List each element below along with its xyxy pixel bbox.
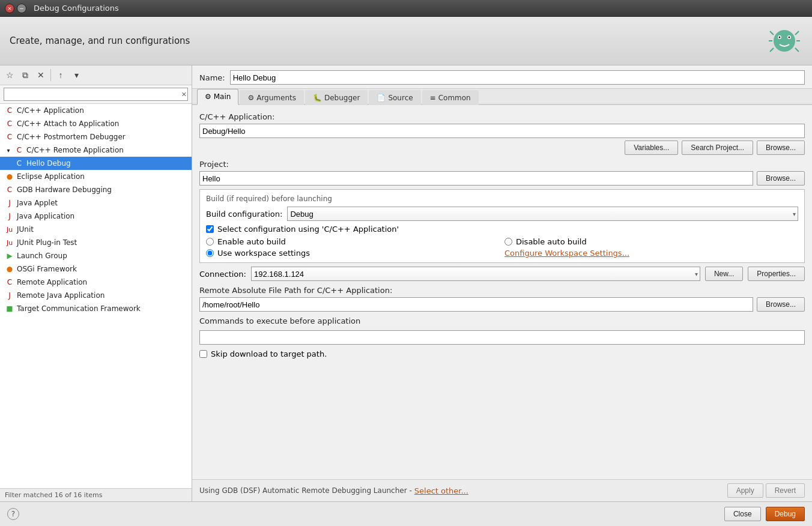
select-config-label: Select configuration using 'C/C++ Applic…: [217, 225, 399, 234]
delete-config-button[interactable]: ✕: [34, 68, 48, 82]
use-workspace-settings-row: Use workspace settings: [206, 249, 500, 258]
variables-button[interactable]: Variables...: [625, 141, 678, 155]
tree-item-c-cpp-attach[interactable]: C C/C++ Attach to Application: [0, 117, 192, 130]
remote-app-label: Remote Application: [17, 278, 87, 286]
c-cpp-postmortem-label: C/C++ Postmortem Debugger: [17, 133, 126, 141]
search-clear-button[interactable]: ✕: [181, 91, 187, 98]
toolbar-separator: [50, 69, 51, 81]
enable-auto-build-row: Enable auto build: [206, 237, 500, 246]
build-config-dropdown[interactable]: Debug: [287, 207, 798, 221]
eclipse-app-icon: ●: [5, 172, 14, 181]
close-button[interactable]: Close: [724, 507, 761, 521]
browse-app-button[interactable]: Browse...: [757, 141, 805, 155]
tree-item-hello-debug[interactable]: C Hello Debug: [0, 157, 192, 170]
tab-source[interactable]: 📄 Source: [369, 90, 420, 105]
enable-auto-build-radio[interactable]: [206, 238, 214, 246]
tree-item-c-cpp-remote[interactable]: ▾ C C/C++ Remote Application: [0, 144, 192, 157]
disable-auto-build-row: Disable auto build: [504, 237, 798, 246]
tree-item-osgi[interactable]: ● OSGi Framework: [0, 262, 192, 276]
c-cpp-app-label: C/C++ Application: [17, 106, 84, 115]
tab-arguments[interactable]: ⚙ Arguments: [240, 90, 304, 105]
tree-item-junit[interactable]: Ju JUnit: [0, 223, 192, 236]
remote-path-label: Remote Absolute File Path for C/C++ Appl…: [199, 286, 805, 295]
junit-icon: Ju: [5, 225, 14, 234]
connection-row: Connection: 192.168.1.124 ▾ New... Prope…: [199, 267, 805, 281]
launch-group-icon: ▶: [5, 251, 14, 261]
revert-button[interactable]: Revert: [766, 483, 805, 498]
close-window-button[interactable]: ×: [5, 4, 14, 13]
disable-auto-build-radio[interactable]: [504, 238, 512, 246]
more-options-button[interactable]: ▾: [69, 68, 83, 82]
apply-button[interactable]: Apply: [727, 483, 763, 498]
tab-common[interactable]: ≡ Common: [422, 90, 479, 105]
cpp-app-section-label: C/C++ Application:: [199, 112, 805, 121]
project-input[interactable]: [199, 171, 753, 186]
bottom-bar: Using GDB (DSF) Automatic Remote Debuggi…: [192, 479, 812, 501]
search-input[interactable]: [4, 88, 188, 101]
tab-arguments-label: Arguments: [256, 94, 296, 102]
junit-plugin-icon: Ju: [5, 238, 14, 247]
new-connection-button[interactable]: New...: [705, 267, 743, 281]
use-workspace-settings-label: Use workspace settings: [217, 249, 310, 258]
commands-input[interactable]: [199, 330, 805, 345]
tree-item-java-app[interactable]: J Java Application: [0, 210, 192, 223]
tree-item-tcf[interactable]: ■ Target Communication Framework: [0, 302, 192, 315]
select-config-checkbox-row: Select configuration using 'C/C++ Applic…: [206, 225, 798, 234]
minimize-window-button[interactable]: −: [17, 4, 26, 13]
tab-debugger[interactable]: 🐛 Debugger: [305, 90, 368, 105]
tree-item-remote-java[interactable]: J Remote Java Application: [0, 289, 192, 302]
select-config-checkbox[interactable]: [206, 225, 214, 233]
properties-button[interactable]: Properties...: [748, 267, 805, 281]
main-content-area: C/C++ Application: Variables... Search P…: [192, 105, 812, 479]
c-cpp-remote-label: C/C++ Remote Application: [26, 146, 124, 154]
osgi-label: OSGi Framework: [17, 265, 77, 273]
remote-path-input[interactable]: [199, 297, 753, 312]
dialog-content: ☆ ⧉ ✕ ↑ ▾ ✕ C C/C++ Application C: [0, 65, 812, 501]
expand-c-cpp-remote-icon[interactable]: ▾: [5, 147, 12, 154]
configure-workspace-row: Configure Workspace Settings...: [504, 249, 798, 258]
c-cpp-postmortem-icon: C: [5, 132, 14, 142]
build-radio-group: Enable auto build Disable auto build Use…: [206, 237, 798, 258]
export-config-button[interactable]: ↑: [53, 68, 68, 82]
tree-item-c-cpp-app[interactable]: C C/C++ Application: [0, 104, 192, 117]
remote-java-icon: J: [5, 291, 14, 300]
debug-logo-icon: [766, 23, 802, 59]
cpp-app-input[interactable]: [199, 124, 805, 138]
help-button[interactable]: ?: [7, 508, 19, 520]
tab-main[interactable]: ⚙ Main: [197, 89, 238, 105]
connection-dropdown[interactable]: 192.168.1.124: [251, 267, 700, 281]
window-controls: × −: [5, 4, 26, 13]
tree-item-remote-app[interactable]: C Remote Application: [0, 276, 192, 289]
svg-point-3: [779, 37, 781, 38]
tree-item-java-applet[interactable]: J Java Applet: [0, 196, 192, 210]
use-workspace-settings-radio[interactable]: [206, 249, 214, 257]
skip-download-checkbox[interactable]: [199, 350, 207, 358]
new-config-button[interactable]: ☆: [2, 68, 17, 82]
right-panel: Name: ⚙ Main ⚙ Arguments 🐛 Debugger 📄: [192, 65, 812, 501]
build-group: Build (if required) before launching Bui…: [199, 189, 805, 263]
tree-item-junit-plugin[interactable]: Ju JUnit Plug-in Test: [0, 236, 192, 249]
filter-status: Filter matched 16 of 16 items: [0, 488, 192, 501]
search-project-button[interactable]: Search Project...: [682, 141, 753, 155]
launcher-text: Using GDB (DSF) Automatic Remote Debuggi…: [199, 486, 412, 495]
tree-item-gdb-hardware[interactable]: C GDB Hardware Debugging: [0, 183, 192, 196]
launch-group-label: Launch Group: [17, 252, 67, 260]
browse-project-button[interactable]: Browse...: [757, 171, 805, 186]
tree-item-c-cpp-postmortem[interactable]: C C/C++ Postmortem Debugger: [0, 130, 192, 144]
tabs-bar: ⚙ Main ⚙ Arguments 🐛 Debugger 📄 Source ≡: [192, 89, 812, 105]
debug-button[interactable]: Debug: [766, 507, 805, 521]
name-input[interactable]: [230, 70, 805, 85]
java-app-icon: J: [5, 211, 14, 221]
duplicate-config-button[interactable]: ⧉: [18, 68, 32, 82]
title-bar: × − Debug Configurations: [0, 0, 812, 17]
configure-workspace-link[interactable]: Configure Workspace Settings...: [504, 249, 629, 258]
select-other-link[interactable]: Select other...: [414, 486, 468, 495]
hello-debug-icon: C: [14, 159, 24, 168]
tab-main-label: Main: [214, 92, 231, 101]
osgi-icon: ●: [5, 264, 14, 274]
svg-point-4: [789, 37, 790, 38]
browse-remote-path-button[interactable]: Browse...: [757, 297, 805, 312]
tree-item-launch-group[interactable]: ▶ Launch Group: [0, 249, 192, 262]
connection-dropdown-wrapper: 192.168.1.124 ▾: [251, 267, 700, 281]
tree-item-eclipse-app[interactable]: ● Eclipse Application: [0, 170, 192, 183]
